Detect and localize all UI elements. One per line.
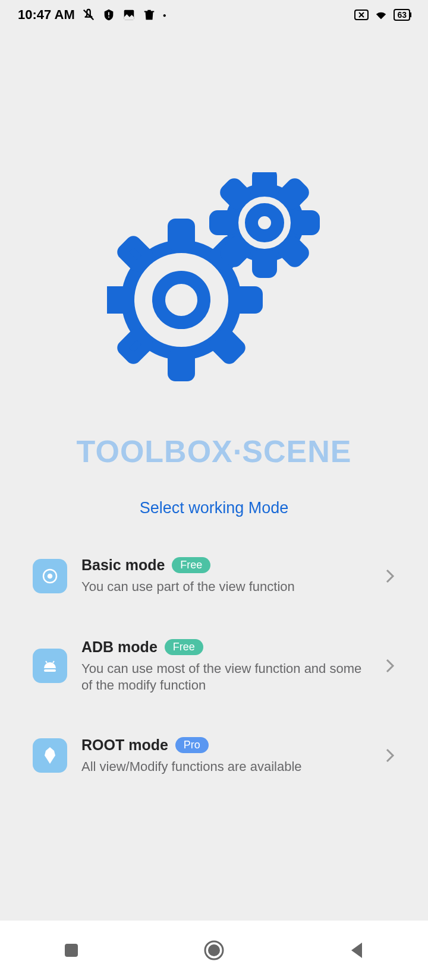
svg-rect-0: [108, 12, 109, 15]
mode-list: Basic mode Free You can use part of the …: [0, 547, 428, 808]
status-left: 10:47 AM ●: [18, 7, 166, 23]
svg-rect-1: [108, 17, 109, 18]
svg-line-26: [46, 661, 47, 663]
mode-header: ADB mode Free: [81, 638, 370, 656]
mode-title: Basic mode: [81, 557, 165, 574]
svg-point-30: [208, 944, 220, 956]
wifi-icon: [374, 8, 388, 21]
badge-pro: Pro: [175, 737, 209, 753]
recent-apps-button[interactable]: [36, 932, 107, 968]
svg-rect-17: [216, 217, 231, 229]
svg-rect-8: [236, 292, 257, 308]
svg-rect-25: [44, 669, 56, 672]
mode-description: All view/Modify functions are available: [81, 758, 370, 776]
mode-title: ADB mode: [81, 638, 158, 656]
mode-description: You can use part of the view function: [81, 578, 370, 596]
badge-free: Free: [172, 557, 210, 573]
svg-rect-10: [122, 333, 149, 359]
battery-indicator: 63: [394, 9, 410, 21]
image-icon: [122, 8, 136, 21]
svg-point-13: [251, 210, 278, 236]
svg-rect-6: [173, 355, 190, 376]
circle-icon: [203, 940, 225, 961]
status-right: 63: [354, 8, 410, 21]
mode-item-root[interactable]: ROOT mode Pro All view/Modify functions …: [33, 727, 395, 785]
svg-point-4: [159, 277, 204, 323]
app-title: TOOLBOX·SCENE: [77, 434, 352, 469]
chevron-right-icon: [385, 747, 395, 764]
mute-icon: [82, 8, 95, 21]
home-button[interactable]: [178, 932, 250, 968]
mode-item-adb[interactable]: ADB mode Free You can use most of the vi…: [33, 629, 395, 703]
svg-rect-16: [259, 256, 270, 271]
svg-rect-22: [284, 242, 304, 262]
mode-content: ADB mode Free You can use most of the vi…: [81, 638, 370, 694]
navigation-bar: [0, 921, 428, 980]
svg-rect-19: [284, 184, 304, 204]
svg-rect-7: [107, 292, 127, 308]
dot-icon: ●: [163, 12, 166, 18]
mode-item-basic[interactable]: Basic mode Free You can use part of the …: [33, 547, 395, 605]
mode-header: ROOT mode Pro: [81, 736, 370, 754]
subtitle: Select working Mode: [140, 499, 289, 517]
svg-rect-21: [226, 184, 246, 204]
gears-illustration: [107, 172, 321, 386]
svg-rect-20: [226, 242, 246, 262]
chevron-right-icon: [385, 657, 395, 674]
svg-rect-18: [298, 217, 313, 229]
hero-section: TOOLBOX·SCENE Select working Mode Basic …: [0, 30, 428, 808]
svg-rect-28: [65, 944, 78, 957]
mode-content: Basic mode Free You can use part of the …: [81, 557, 370, 596]
status-bar: 10:47 AM ● 63: [0, 0, 428, 30]
svg-rect-5: [173, 224, 190, 245]
square-icon: [62, 941, 80, 959]
status-time: 10:47 AM: [18, 7, 75, 23]
mode-header: Basic mode Free: [81, 557, 370, 574]
triangle-back-icon: [348, 940, 366, 960]
trash-icon: [143, 8, 156, 21]
back-button[interactable]: [321, 932, 392, 968]
mode-title: ROOT mode: [81, 736, 168, 754]
svg-rect-11: [122, 241, 149, 267]
adb-mode-icon: [33, 649, 67, 683]
svg-rect-12: [214, 333, 241, 359]
svg-line-27: [53, 661, 54, 663]
root-mode-icon: [33, 738, 67, 773]
mode-content: ROOT mode Pro All view/Modify functions …: [81, 736, 370, 776]
svg-rect-15: [259, 174, 270, 189]
shield-alert-icon: [102, 8, 115, 21]
badge-free: Free: [165, 639, 203, 655]
basic-mode-icon: [33, 559, 67, 593]
mode-description: You can use most of the view function an…: [81, 660, 370, 694]
chevron-right-icon: [385, 568, 395, 584]
svg-point-24: [48, 574, 52, 578]
sim-error-icon: [354, 10, 369, 20]
